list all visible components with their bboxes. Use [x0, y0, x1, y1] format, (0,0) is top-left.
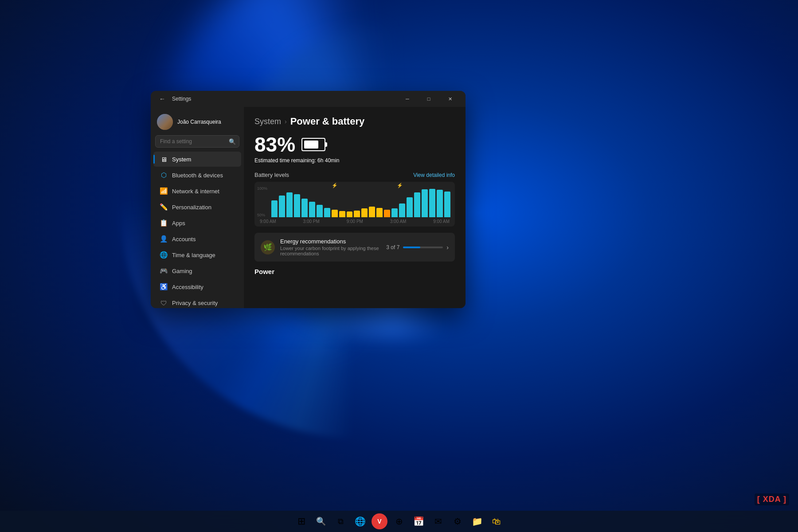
sidebar-item-time[interactable]: 🌐 Time & language	[153, 247, 241, 262]
sidebar-item-personalization[interactable]: ✏️ Personalization	[153, 200, 241, 215]
breadcrumb: System › Power & battery	[254, 116, 455, 127]
estimated-time: Estimated time remaining: 6h 40min	[254, 157, 455, 164]
minimize-button[interactable]: ─	[397, 92, 418, 106]
taskbar-settings-icon[interactable]: ⚙	[450, 513, 466, 529]
chart-label-1: 9:00 AM	[260, 219, 276, 224]
sidebar-item-gaming[interactable]: 🎮 Gaming	[153, 263, 241, 278]
sidebar-item-label: Bluetooth & devices	[172, 172, 223, 179]
close-button[interactable]: ✕	[440, 92, 460, 106]
avatar-image	[157, 114, 173, 130]
back-button[interactable]: ←	[156, 93, 168, 105]
chart-bar	[444, 192, 450, 217]
chart-bar	[286, 192, 293, 217]
xda-text: XDA	[763, 495, 781, 504]
search-icon: 🔍	[229, 138, 236, 145]
search-box: 🔍	[155, 135, 239, 148]
taskbar-vivaldi[interactable]: V	[372, 513, 387, 529]
chart-bar	[391, 208, 398, 217]
bluetooth-icon: ⬡	[160, 171, 168, 179]
taskbar-files[interactable]: 📁	[469, 513, 485, 529]
chart-labels: 9:00 AM 3:00 PM 9:00 PM 3:00 AM 9:00 AM	[259, 219, 450, 224]
breadcrumb-current: Power & battery	[290, 116, 365, 127]
taskbar-calendar[interactable]: 📅	[411, 513, 426, 529]
window-controls: ─ □ ✕	[397, 92, 460, 106]
taskbar-search[interactable]: 🔍	[313, 513, 329, 529]
chart-bar	[324, 208, 330, 217]
sidebar-item-accessibility[interactable]: ♿ Accessibility	[153, 279, 241, 294]
chart-bar	[339, 211, 345, 217]
chart-bar	[384, 210, 390, 218]
chart-y-50: 50%	[257, 213, 267, 217]
chart-bar	[332, 210, 338, 218]
bars-area	[259, 186, 450, 217]
network-icon: 📶	[160, 187, 168, 195]
sidebar-item-bluetooth[interactable]: ⬡ Bluetooth & devices	[153, 168, 241, 183]
energy-rec-text: Energy recommendations Lower your carbon…	[280, 238, 381, 256]
settings-window: ← Settings ─ □ ✕ João Carrasqueira 🔍	[151, 91, 466, 308]
window-title: Settings	[168, 96, 397, 102]
battery-percentage: 83%	[254, 134, 295, 155]
user-profile[interactable]: João Carrasqueira	[151, 110, 244, 135]
energy-recommendations-card[interactable]: 🌿 Energy recommendations Lower your carb…	[254, 233, 455, 262]
sidebar-item-label: Network & internet	[172, 188, 219, 195]
sidebar-item-accounts[interactable]: 👤 Accounts	[153, 231, 241, 246]
chart-bar	[376, 208, 383, 217]
accounts-icon: 👤	[160, 235, 168, 243]
energy-rec-title: Energy recommendations	[280, 238, 381, 245]
energy-rec-desc: Lower your carbon footprint by applying …	[280, 246, 381, 256]
taskbar-store[interactable]: 🛍	[489, 513, 505, 529]
chart-bar	[279, 196, 285, 217]
sidebar-item-privacy[interactable]: 🛡 Privacy & security	[153, 295, 241, 308]
sidebar-item-apps[interactable]: 📋 Apps	[153, 215, 241, 231]
power-section-title: Power	[254, 268, 455, 275]
chart-bar	[399, 203, 405, 218]
sidebar-item-label: Apps	[172, 220, 185, 227]
energy-rec-count: 3 of 7	[386, 244, 399, 250]
chart-bar	[354, 211, 360, 217]
breadcrumb-separator: ›	[285, 118, 287, 125]
battery-chart: 100% 50% ⚡ ⚡ 9:00 AM 3:00 PM 9:00 PM 3:0…	[254, 182, 455, 227]
chart-bar	[347, 211, 353, 217]
chart-label-4: 3:00 AM	[390, 219, 407, 224]
estimated-label: Estimated time remaining:	[254, 157, 317, 164]
search-input[interactable]	[155, 135, 239, 148]
window-body: João Carrasqueira 🔍 🖥 System ⬡ Bluetooth…	[151, 107, 466, 308]
taskbar-mail[interactable]: ✉	[430, 513, 446, 529]
breadcrumb-parent[interactable]: System	[254, 117, 281, 126]
taskbar-task-view[interactable]: ⧉	[332, 513, 348, 529]
taskbar-edge[interactable]: 🌐	[352, 513, 368, 529]
charge-unplug-indicator: ⚡	[397, 183, 403, 188]
maximize-button[interactable]: □	[419, 92, 439, 106]
sidebar-item-network[interactable]: 📶 Network & internet	[153, 184, 241, 199]
estimated-value: 6h 40min	[317, 157, 339, 164]
sidebar-item-label: Privacy & security	[172, 300, 218, 306]
xda-logo: [ XDA ]	[755, 493, 789, 505]
chart-bar	[271, 200, 278, 218]
battery-icon	[301, 138, 325, 151]
time-icon: 🌐	[160, 251, 168, 259]
battery-levels-title: Battery levels	[254, 172, 289, 178]
xda-bracket-right: ]	[783, 495, 786, 504]
sidebar-item-system[interactable]: 🖥 System	[153, 152, 241, 167]
chart-y-labels: 100% 50%	[257, 186, 267, 217]
chevron-right-icon: ›	[446, 244, 449, 251]
chart-y-100: 100%	[257, 186, 267, 191]
taskbar-apps[interactable]: ⊕	[391, 513, 407, 529]
chart-label-2: 3:00 PM	[303, 219, 320, 224]
system-icon: 🖥	[160, 155, 168, 163]
gaming-icon: 🎮	[160, 267, 168, 275]
avatar	[157, 114, 173, 130]
taskbar-start[interactable]: ⊞	[293, 513, 309, 529]
chart-bar	[309, 202, 315, 217]
energy-progress-bar	[403, 246, 443, 248]
sidebar-item-label: Personalization	[172, 204, 211, 211]
view-detailed-link[interactable]: View detailed info	[413, 172, 455, 178]
sidebar-item-label: Gaming	[172, 268, 192, 274]
battery-tip	[325, 142, 327, 147]
chart-bar	[369, 207, 375, 218]
chart-label-3: 9:00 PM	[347, 219, 363, 224]
title-bar: ← Settings ─ □ ✕	[151, 91, 466, 107]
battery-levels-header: Battery levels View detailed info	[254, 172, 455, 178]
charge-plug-indicator: ⚡	[332, 183, 338, 188]
sidebar-item-label: Accessibility	[172, 284, 203, 290]
